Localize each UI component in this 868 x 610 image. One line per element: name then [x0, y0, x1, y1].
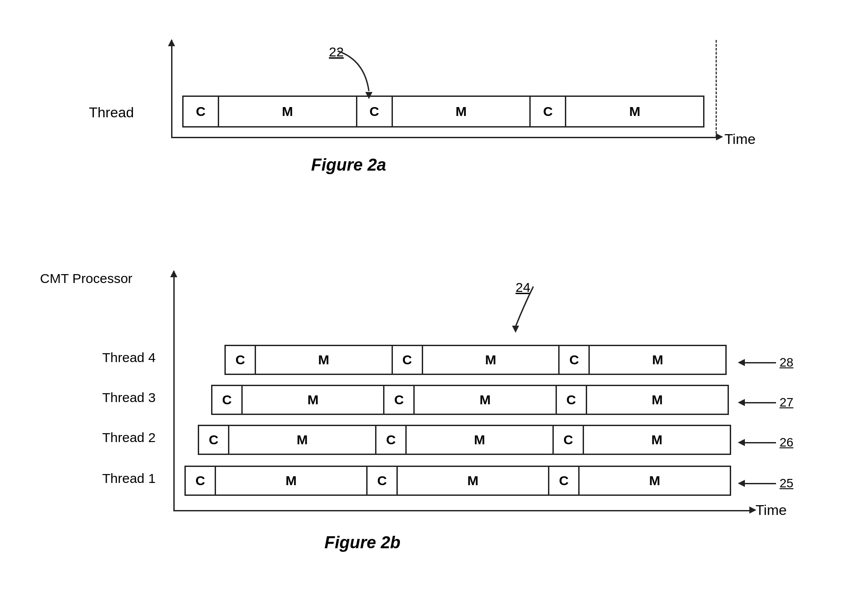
thread3-bar: C M C M C M: [211, 385, 729, 415]
ref-27-line: [745, 402, 776, 403]
ref-28-arrowhead: [738, 359, 745, 366]
ref-25-arrowhead: [738, 480, 745, 487]
yaxis-2a: [171, 40, 172, 138]
ref-26-line: [745, 442, 776, 443]
t2-m3: M: [584, 426, 730, 454]
vline-2a: [716, 40, 717, 138]
diagram-2b: CMT Processor 24 Time Thread 1 C M C M: [27, 267, 849, 551]
seg-c3: C: [531, 97, 566, 126]
ref-25-label: 25: [780, 476, 793, 490]
xaxis-2a: [171, 137, 718, 138]
t4-m1: M: [256, 346, 393, 374]
thread2-bar: C M C M C M: [198, 425, 731, 455]
thread1-label: Thread 1: [102, 471, 156, 486]
t4-m2: M: [423, 346, 560, 374]
ref-27: 27: [738, 395, 793, 410]
t3-c1: C: [212, 386, 243, 414]
time-label-2a: Time: [724, 131, 756, 148]
thread2-label: Thread 2: [102, 430, 156, 445]
figure-2b: CMT Processor 24 Time Thread 1 C M C M: [27, 267, 849, 551]
svg-marker-1: [512, 326, 519, 333]
t1-c1: C: [186, 467, 216, 494]
ref-28-line: [745, 362, 776, 363]
yaxis-2b: [173, 271, 175, 511]
seg-m2: M: [393, 97, 531, 126]
cmt-processor-label: CMT Processor: [40, 271, 132, 286]
fig-caption-2a: Figure 2a: [311, 155, 386, 175]
t1-c3: C: [549, 467, 580, 494]
t1-m3: M: [580, 467, 730, 494]
thread-label-2a: Thread: [89, 104, 134, 121]
t2-c3: C: [554, 426, 584, 454]
xaxis-2b: [173, 510, 751, 511]
thread-bar-2a: C M C M C M: [182, 96, 704, 128]
t2-m2: M: [407, 426, 554, 454]
ref-26-label: 26: [780, 435, 793, 450]
ref-25: 25: [738, 476, 793, 490]
t1-c2: C: [368, 467, 398, 494]
t3-m1: M: [243, 386, 384, 414]
seg-c2: C: [357, 97, 393, 126]
thread4-bar: C M C M C M: [224, 345, 727, 375]
figure-2a: 22 Thread C M C M C M: [44, 27, 800, 178]
page: 22 Thread C M C M C M: [0, 0, 868, 610]
t3-c2: C: [384, 386, 415, 414]
t3-m2: M: [415, 386, 556, 414]
ref-28: 28: [738, 355, 793, 370]
fig-caption-2b: Figure 2b: [324, 533, 400, 552]
diagram-2a: 22 Thread C M C M C M: [44, 27, 800, 178]
ref-26-arrowhead: [738, 439, 745, 446]
t4-c3: C: [560, 346, 590, 374]
ref-27-label: 27: [780, 395, 793, 410]
t4-m3: M: [590, 346, 725, 374]
time-label-2b: Time: [756, 502, 787, 518]
ref-26: 26: [738, 435, 793, 450]
t4-c2: C: [393, 346, 423, 374]
thread4-label: Thread 4: [102, 350, 156, 365]
ref-28-label: 28: [780, 355, 793, 370]
t1-m2: M: [398, 467, 549, 494]
t3-m3: M: [587, 386, 728, 414]
t2-m1: M: [229, 426, 376, 454]
t2-c2: C: [376, 426, 407, 454]
ref-25-line: [745, 483, 776, 484]
thread3-label: Thread 3: [102, 390, 156, 405]
xaxis-2a-arrow: [716, 133, 723, 140]
seg-m1: M: [219, 97, 357, 126]
arrow-24-svg: [480, 282, 569, 335]
t2-c1: C: [199, 426, 229, 454]
thread1-bar: C M C M C M: [184, 466, 731, 496]
t1-m1: M: [216, 467, 368, 494]
t4-c1: C: [226, 346, 256, 374]
seg-m3: M: [566, 97, 703, 126]
ref-27-arrowhead: [738, 399, 745, 406]
t3-c3: C: [557, 386, 587, 414]
seg-c1: C: [184, 97, 219, 126]
